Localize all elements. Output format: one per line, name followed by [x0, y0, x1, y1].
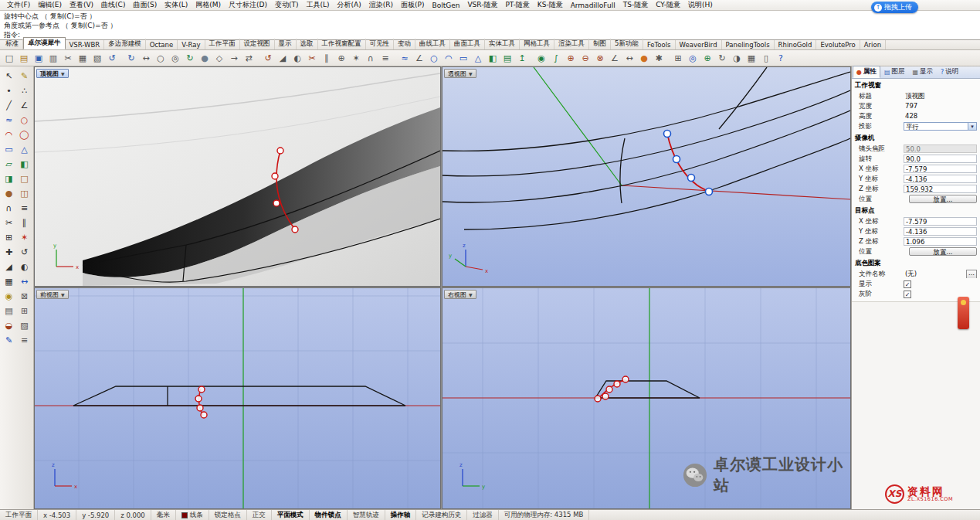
- menu-item[interactable]: 分析(A): [334, 0, 365, 10]
- panel-tab[interactable]: ● 属性: [853, 66, 880, 78]
- viewport-perspective[interactable]: z x y 透视图 ▼: [442, 66, 851, 287]
- toolbar-icon[interactable]: ↥: [515, 52, 529, 65]
- sidebar-icon[interactable]: ≡: [17, 333, 32, 348]
- status-toggle[interactable]: 过滤器: [467, 510, 499, 520]
- toolbar-icon[interactable]: ⊖: [578, 52, 592, 65]
- toolbar-icon[interactable]: ≡: [378, 52, 392, 65]
- toolbar-tab[interactable]: 曲面工具: [450, 39, 485, 49]
- sidebar-icon[interactable]: ◉: [2, 289, 17, 304]
- sidebar-icon[interactable]: ∠: [17, 98, 32, 113]
- toolbar-icon[interactable]: ↻: [715, 52, 729, 65]
- toolbar-tab[interactable]: EvolutePro: [816, 40, 860, 49]
- units-label[interactable]: 毫米: [151, 510, 176, 520]
- property-value[interactable]: 顶视图: [904, 92, 977, 100]
- menu-item[interactable]: 曲面(S): [129, 0, 161, 10]
- toolbar-icon[interactable]: ▯: [759, 52, 773, 65]
- viewport-persp-label[interactable]: 透视图 ▼: [444, 69, 476, 78]
- sidebar-icon[interactable]: ✎: [2, 333, 17, 348]
- toolbar-icon[interactable]: ⇄: [242, 52, 256, 65]
- menu-item[interactable]: 查看(V): [66, 0, 97, 10]
- toolbar-icon[interactable]: ↔: [139, 52, 153, 65]
- toolbar-icon[interactable]: ◉: [534, 52, 548, 65]
- toolbar-icon[interactable]: ∥: [320, 52, 334, 65]
- layer-indicator[interactable]: 线条: [176, 510, 209, 520]
- toolbar-tab[interactable]: 多边形建模: [104, 39, 146, 49]
- toolbar-tab[interactable]: WeaverBird: [676, 40, 722, 49]
- sidebar-icon[interactable]: ✎: [17, 69, 32, 83]
- sidebar-icon[interactable]: ◫: [17, 186, 32, 201]
- toolbar-tab[interactable]: V-Ray: [178, 40, 205, 49]
- toolbar-icon[interactable]: ▣: [32, 52, 46, 65]
- menu-item[interactable]: PT-随意: [501, 0, 533, 10]
- menu-item[interactable]: 曲线(C): [97, 0, 129, 10]
- sidebar-icon[interactable]: ◐: [17, 260, 32, 274]
- toolbar-icon[interactable]: ∫: [549, 52, 563, 65]
- sidebar-icon[interactable]: ○: [17, 113, 32, 127]
- toolbar-icon[interactable]: ●: [637, 52, 651, 65]
- toolbar-tab[interactable]: RhinoGold: [775, 40, 817, 49]
- toolbar-icon[interactable]: ✱: [652, 52, 666, 65]
- toolbar-tab[interactable]: 变动: [394, 39, 415, 49]
- property-value[interactable]: 797: [904, 102, 977, 110]
- upload-button[interactable]: ↑ 拖拽上传: [871, 2, 918, 13]
- edit-curve[interactable]: [667, 134, 709, 192]
- toolbar-tab[interactable]: 标准: [2, 39, 23, 49]
- status-toggle[interactable]: 平面模式: [272, 510, 310, 520]
- sidebar-icon[interactable]: ╱: [2, 98, 17, 113]
- toolbar-icon[interactable]: ?: [774, 52, 788, 65]
- toolbar-icon[interactable]: ◢: [276, 52, 290, 65]
- toolbar-tab[interactable]: 显示: [275, 39, 297, 49]
- viewport-top[interactable]: x y 顶视图 ▼: [34, 66, 441, 287]
- sidebar-icon[interactable]: ⊞: [2, 230, 17, 245]
- status-toggle[interactable]: 锁定格点: [209, 510, 247, 520]
- sidebar-icon[interactable]: ≡: [17, 201, 32, 216]
- toolbar-icon[interactable]: ∠: [412, 52, 426, 65]
- toolbar-icon[interactable]: ⊕: [700, 52, 714, 65]
- viewport-top-label[interactable]: 顶视图 ▼: [36, 69, 69, 78]
- toolbar-icon[interactable]: ↔: [622, 52, 636, 65]
- status-toggle[interactable]: 正交: [247, 510, 272, 520]
- menu-item[interactable]: 说明(H): [684, 0, 717, 10]
- status-toggle[interactable]: 智慧轨迹: [348, 510, 385, 520]
- body-profile[interactable]: [73, 386, 405, 406]
- property-value[interactable]: -4.136: [904, 227, 977, 236]
- menu-item[interactable]: CY-随意: [652, 0, 684, 10]
- toolbar-icon[interactable]: ≈: [398, 52, 412, 65]
- sidebar-icon[interactable]: ⊞: [17, 304, 32, 318]
- toolbar-tab[interactable]: FeTools: [643, 40, 676, 49]
- property-value[interactable]: -7.579: [904, 165, 977, 173]
- property-value[interactable]: 159.932: [904, 185, 977, 193]
- status-toggle[interactable]: 物件锁点: [310, 510, 348, 520]
- property-value[interactable]: 放置...: [909, 195, 977, 203]
- sidebar-icon[interactable]: ↖: [2, 69, 17, 83]
- toolbar-tab[interactable]: Octane: [146, 40, 178, 49]
- sidebar-icon[interactable]: ▱: [2, 157, 17, 172]
- toolbar-icon[interactable]: ∩: [364, 52, 378, 65]
- toolbar-icon[interactable]: ▦: [744, 52, 758, 65]
- sidebar-icon[interactable]: ✚: [2, 245, 17, 260]
- sidebar-icon[interactable]: △: [17, 142, 32, 157]
- menu-item[interactable]: 网格(M): [192, 0, 225, 10]
- toolbar-tab[interactable]: 制图: [589, 39, 611, 49]
- toolbar-tab[interactable]: 设定视图: [240, 39, 275, 49]
- menu-item[interactable]: ArmadilloFull: [567, 2, 619, 9]
- menu-item[interactable]: KS-随意: [534, 0, 567, 10]
- menu-item[interactable]: VSR-随意: [463, 0, 501, 10]
- toolbar-tab[interactable]: 网格工具: [520, 39, 554, 49]
- toolbar-icon[interactable]: ◐: [290, 52, 304, 65]
- sidebar-icon[interactable]: ∩: [2, 201, 17, 216]
- menu-item[interactable]: 工具(L): [303, 0, 334, 10]
- sidebar-icon[interactable]: ∥: [17, 216, 32, 230]
- sidebar-icon[interactable]: ▨: [17, 318, 32, 333]
- toolbar-icon[interactable]: □: [2, 52, 16, 65]
- viewport-menu-arrow-icon[interactable]: ▼: [61, 70, 65, 78]
- toolbar-icon[interactable]: ●: [198, 52, 212, 65]
- toolbar-icon[interactable]: ✂: [61, 52, 75, 65]
- property-value[interactable]: -4.136: [904, 175, 977, 183]
- viewport-menu-arrow-icon[interactable]: ▼: [61, 291, 65, 299]
- toolbar-tab[interactable]: 实体工具: [485, 39, 520, 49]
- toolbar-icon[interactable]: ↻: [124, 52, 138, 65]
- property-value[interactable]: 50.0: [904, 144, 977, 153]
- toolbar-tab[interactable]: 5新功能: [611, 39, 643, 49]
- toolbar-icon[interactable]: ▥: [46, 52, 60, 65]
